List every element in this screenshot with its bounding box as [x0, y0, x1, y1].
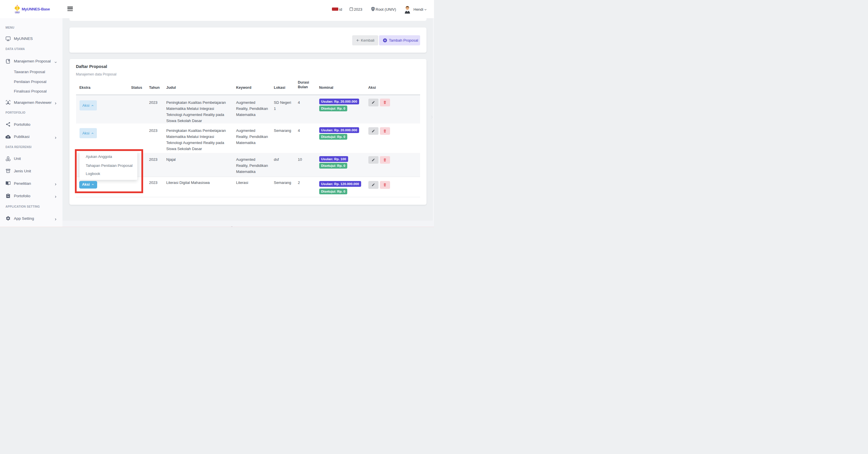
svg-text:UNNES: UNNES	[15, 11, 20, 13]
